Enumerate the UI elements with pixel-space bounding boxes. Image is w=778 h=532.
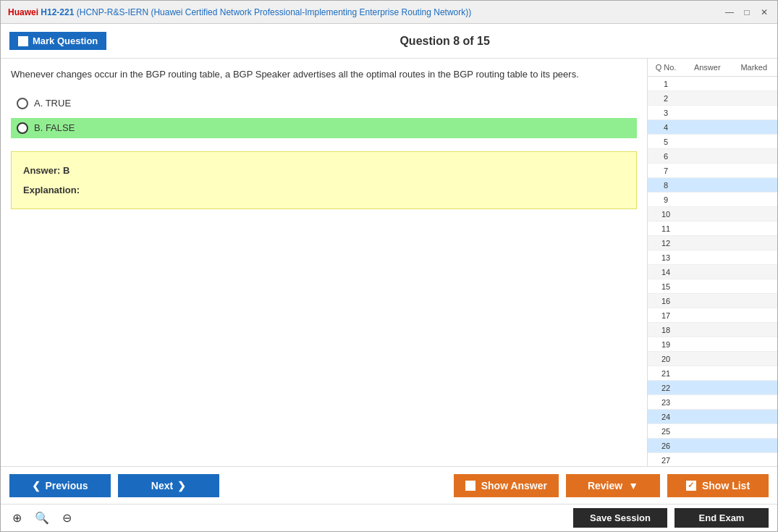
previous-button[interactable]: Previous: [9, 474, 111, 497]
model-name: H12-221: [41, 7, 76, 17]
close-icon[interactable]: ✕: [758, 7, 770, 18]
q-row[interactable]: 16: [648, 294, 777, 308]
q-cell-num: 19: [648, 340, 684, 349]
q-cell-num: 14: [648, 268, 684, 276]
q-cell-num: 20: [648, 355, 684, 363]
question-title: Question 8 of 15: [121, 35, 769, 48]
q-cell-num: 12: [648, 239, 684, 248]
right-panel: Q No. Answer Marked 1 2 3 4 5: [647, 59, 777, 466]
q-row[interactable]: 21: [648, 366, 777, 381]
q-cell-num: 9: [648, 195, 684, 204]
next-button[interactable]: Next: [118, 474, 219, 497]
next-label: Next: [151, 480, 173, 491]
q-cell-num: 25: [648, 427, 684, 436]
q-row[interactable]: 27: [648, 453, 777, 466]
q-cell-num: 13: [648, 253, 684, 262]
q-cell-num: 4: [648, 123, 684, 132]
toolbar: Mark Question Question 8 of 15: [1, 24, 777, 59]
q-row[interactable]: 11: [648, 221, 777, 236]
q-row[interactable]: 6: [648, 149, 777, 164]
q-cell-num: 3: [648, 109, 684, 117]
app-window: Huawei H12-221 (HCNP-R&S-IERN (Huawei Ce…: [0, 0, 778, 532]
review-button[interactable]: Review ▼: [566, 474, 660, 497]
answer-box: Answer: B Explanation:: [11, 151, 637, 210]
q-cell-num: 8: [648, 181, 684, 190]
q-row[interactable]: 19: [648, 337, 777, 352]
show-answer-label: Show Answer: [481, 480, 547, 491]
q-row[interactable]: 14: [648, 265, 777, 279]
chevron-right-icon: [177, 480, 186, 491]
show-list-button[interactable]: ✓ Show List: [667, 474, 769, 497]
q-cell-num: 1: [648, 80, 684, 88]
q-row[interactable]: 2: [648, 91, 777, 106]
q-row[interactable]: 17: [648, 308, 777, 323]
answer-header: Answer: [684, 62, 731, 73]
q-row[interactable]: 15: [648, 279, 777, 294]
q-cell-num: 6: [648, 152, 684, 161]
zoom-in-button[interactable]: ⊕: [9, 510, 25, 526]
q-row[interactable]: 3: [648, 106, 777, 120]
qno-header: Q No.: [648, 62, 684, 73]
mark-question-label: Mark Question: [33, 35, 98, 46]
q-row[interactable]: 10: [648, 207, 777, 221]
maximize-icon[interactable]: □: [741, 7, 753, 18]
show-list-label: Show List: [702, 480, 750, 491]
q-row[interactable]: 1: [648, 77, 777, 91]
q-cell-num: 27: [648, 456, 684, 465]
q-cell-num: 15: [648, 282, 684, 291]
save-session-button[interactable]: Save Session: [573, 508, 667, 528]
q-cell-num: 23: [648, 398, 684, 407]
q-row[interactable]: 26: [648, 439, 777, 453]
mark-checkbox-icon: [18, 36, 28, 46]
q-row[interactable]: 20: [648, 352, 777, 366]
q-row[interactable]: 18: [648, 323, 777, 337]
q-cell-num: 26: [648, 442, 684, 450]
minimize-icon[interactable]: —: [724, 7, 735, 18]
q-row[interactable]: 7: [648, 164, 777, 178]
q-row[interactable]: 9: [648, 193, 777, 207]
explanation-line: Explanation:: [23, 182, 625, 198]
brand-name: Huawei: [8, 7, 38, 17]
review-dropdown-icon: ▼: [628, 480, 638, 491]
marked-header: Marked: [731, 62, 778, 73]
end-exam-label: End Exam: [699, 512, 745, 523]
q-row[interactable]: 8: [648, 178, 777, 193]
q-row[interactable]: 22: [648, 381, 777, 395]
q-row[interactable]: 24: [648, 410, 777, 424]
show-answer-button[interactable]: Show Answer: [454, 474, 559, 497]
zoom-reset-button[interactable]: 🔍: [32, 510, 52, 526]
options-list: A. TRUE B. FALSE: [11, 93, 637, 138]
q-cell-num: 7: [648, 166, 684, 175]
q-cell-num: 24: [648, 413, 684, 421]
zoom-out-button[interactable]: ⊖: [59, 510, 75, 526]
q-cell-num: 18: [648, 326, 684, 334]
q-cell-num: 10: [648, 210, 684, 219]
q-cell-num: 17: [648, 311, 684, 320]
q-cell-num: 2: [648, 94, 684, 103]
q-row[interactable]: 12: [648, 236, 777, 250]
title-bar: Huawei H12-221 (HCNP-R&S-IERN (Huawei Ce…: [1, 1, 777, 24]
q-row[interactable]: 13: [648, 250, 777, 265]
q-row[interactable]: 4: [648, 120, 777, 135]
bottom-bar2: ⊕ 🔍 ⊖ Save Session End Exam: [1, 504, 777, 531]
question-text: Whenever changes occur in the BGP routin…: [11, 67, 637, 82]
review-label: Review: [588, 480, 622, 491]
previous-label: Previous: [45, 480, 88, 491]
q-row[interactable]: 23: [648, 395, 777, 410]
q-cell-num: 21: [648, 369, 684, 378]
q-row[interactable]: 5: [648, 135, 777, 149]
option-a-radio: [17, 98, 28, 109]
answer-line: Answer: B: [23, 162, 625, 179]
q-row[interactable]: 25: [648, 424, 777, 439]
left-panel: Whenever changes occur in the BGP routin…: [1, 59, 647, 466]
window-controls: — □ ✕: [724, 7, 770, 18]
q-cell-num: 16: [648, 297, 684, 305]
option-a[interactable]: A. TRUE: [11, 93, 637, 114]
end-exam-button[interactable]: End Exam: [675, 508, 769, 528]
bottom-bar: Previous Next Show Answer Review ▼ ✓ Sho…: [1, 466, 777, 504]
main-content: Whenever changes occur in the BGP routin…: [1, 59, 777, 466]
q-list-body[interactable]: 1 2 3 4 5 6 7 8: [648, 77, 777, 466]
option-b[interactable]: B. FALSE: [11, 118, 637, 138]
mark-question-button[interactable]: Mark Question: [9, 32, 106, 50]
show-answer-checkbox-icon: [465, 481, 475, 491]
